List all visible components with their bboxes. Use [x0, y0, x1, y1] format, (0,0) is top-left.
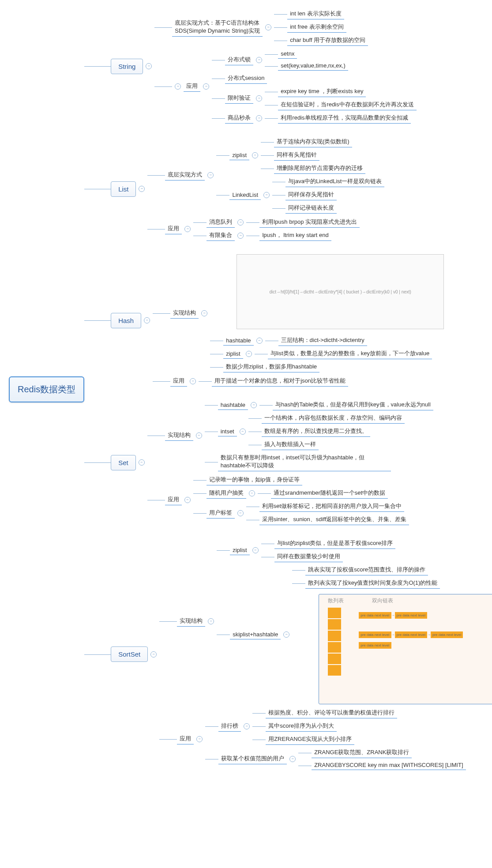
node-set[interactable]: Set	[111, 455, 136, 470]
root-node[interactable]: Redis数据类型	[9, 376, 84, 402]
toggle-icon[interactable]: −	[146, 63, 152, 69]
branch-sortset: SortSet − 实现结构 − ziplist − 与list的ziplist…	[111, 538, 492, 770]
lock-setnx: setnx	[278, 49, 297, 59]
toggle-icon[interactable]: −	[196, 736, 203, 742]
toggle-icon[interactable]: −	[237, 510, 244, 516]
toggle-icon[interactable]: −	[252, 547, 259, 553]
string-impl-label[interactable]: 底层实现方式：基于C语言结构体 SDS(Simple Dynamic Strin…	[172, 18, 263, 37]
seckill-detail: 利用redis单线程原子性，实现商品数量的安全扣减	[278, 113, 410, 124]
toggle-icon[interactable]: −	[283, 631, 289, 638]
hash-ziplist[interactable]: ziplist	[223, 349, 243, 359]
set-hashtable-detail: 与hash的Table类似，但是存储只用到key值，value永远为null	[273, 400, 433, 410]
app-unique: 记录唯一的事物，如ip值，身份证等	[207, 475, 302, 485]
dict-structure-diagram: dict → ht[0]/ht[1] → dictht → dictEntry*…	[237, 254, 444, 329]
toggle-icon[interactable]: −	[256, 57, 262, 63]
toggle-icon[interactable]: −	[240, 428, 246, 435]
set-impl-label[interactable]: 实现结构	[165, 430, 193, 441]
hash-app-label[interactable]: 应用	[170, 376, 187, 387]
branch-set: Set − 实现结构 − hashtable − 与hash的Table类似，但…	[111, 400, 492, 525]
toggle-icon[interactable]: −	[246, 351, 252, 357]
sortset-app-label[interactable]: 应用	[177, 734, 194, 744]
ziplist-item2: 增删除尾部的节点需要内存的迁移	[274, 163, 365, 174]
app-random[interactable]: 随机用户抽奖	[207, 488, 246, 499]
skiplist-diagram: 散列表 双向链表 pre data next level→pre data ne…	[319, 594, 492, 704]
mindmap-root: Redis数据类型 String − 底层实现方式：基于C语言结构体 SDS(S…	[9, 9, 483, 770]
tag-item1: 采用sinter、sunion、sdiff返回标签中的交集、并集、差集	[259, 515, 409, 525]
toggle-icon[interactable]: −	[237, 219, 244, 225]
hash-hashtable[interactable]: hashtable	[223, 336, 253, 346]
rank-item1: 其中score排序为从小到大	[266, 721, 337, 732]
app-lock[interactable]: 分布式锁	[225, 55, 253, 65]
verify-expire: expire key time ，判断exists key	[278, 86, 366, 97]
toggle-icon[interactable]: −	[265, 24, 271, 30]
toggle-icon[interactable]: −	[184, 497, 191, 503]
branch-group: String − 底层实现方式：基于C语言结构体 SDS(Simple Dyna…	[111, 9, 492, 770]
app-tag[interactable]: 用户标签	[207, 508, 235, 519]
toggle-icon[interactable]: −	[256, 95, 262, 101]
toggle-icon[interactable]: −	[196, 432, 202, 439]
branch-hash: Hash − 实现结构 − dict → ht[0]/ht[1] → dicth…	[111, 254, 492, 387]
node-string[interactable]: String	[111, 59, 143, 74]
range-item1: ZRANGEBYSCORE key min max [WITHSCORES] […	[312, 761, 466, 770]
toggle-icon[interactable]: −	[256, 338, 263, 344]
limited-detail: lpush， ltrim key start end	[259, 230, 331, 241]
hash-impl-label[interactable]: 实现结构	[170, 308, 199, 319]
toggle-icon[interactable]: −	[144, 317, 150, 323]
toggle-icon[interactable]: −	[139, 186, 145, 192]
toggle-icon[interactable]: −	[252, 152, 258, 158]
toggle-icon[interactable]: −	[208, 618, 214, 624]
toggle-icon[interactable]: −	[237, 233, 244, 239]
string-app-label[interactable]: 应用	[184, 81, 200, 92]
app-mq[interactable]: 消息队列	[207, 217, 235, 228]
node-sortset[interactable]: SortSet	[111, 646, 148, 662]
toggle-icon[interactable]: −	[139, 459, 145, 466]
ss-ziplist[interactable]: ziplist	[230, 546, 250, 555]
ll-item1: 同样保存头尾指针	[285, 190, 337, 200]
node-hash[interactable]: Hash	[111, 313, 141, 328]
sds-free: int free 表示剩余空间	[287, 22, 346, 33]
hash-ziplist-detail: 与list类似，数量总是为2的整数倍，key放前面，下一个放value	[268, 349, 432, 359]
tag-item0: 利用set做标签标记，把相同喜好的用户放入同一集合中	[259, 501, 404, 512]
toggle-icon[interactable]: −	[251, 402, 257, 408]
app-rank[interactable]: 排行榜	[218, 721, 241, 732]
set-intset[interactable]: intset	[218, 427, 237, 436]
set-app-label[interactable]: 应用	[165, 495, 182, 505]
toggle-icon[interactable]: −	[249, 490, 255, 496]
sds-len: int len 表示实际长度	[287, 9, 344, 19]
hash-rule: 数据少用ziplist，数据多用hashtable	[223, 362, 319, 372]
ss-skiplist[interactable]: skiplist+hashtable	[230, 630, 281, 639]
app-seckill[interactable]: 商品秒杀	[225, 113, 253, 124]
sortset-impl-label[interactable]: 实现结构	[177, 616, 205, 627]
hash-app-detail: 用于描述一个对象的信息，相对于json比较节省性能	[212, 376, 348, 387]
app-range[interactable]: 获取某个权值范围的用户	[218, 754, 287, 764]
toggle-icon[interactable]: −	[203, 83, 209, 90]
rank-item2: 用ZRERANGE实现从大到小排序	[266, 734, 354, 745]
app-session[interactable]: 分布式session	[225, 73, 267, 84]
toggle-icon[interactable]: −	[190, 378, 196, 384]
hashtable-detail: 三层结构：dict->dictht->dictentry	[278, 335, 367, 346]
list-linkedlist[interactable]: LinkedList	[229, 191, 261, 200]
toggle-icon[interactable]: −	[150, 651, 157, 658]
random-detail: 通过srandmember随机返回一个set中的数据	[271, 488, 388, 499]
toggle-icon[interactable]: −	[244, 723, 250, 729]
toggle-icon[interactable]: −	[207, 172, 214, 178]
set-rule: 数据只有整形时用intset，intset可以升级为hashtable，但has…	[218, 453, 391, 471]
verify-sms: 在短信验证时，当redis中存在数据则不允许再次发送	[278, 100, 416, 110]
sds-buff: char buff 用于存放数据的空间	[287, 35, 368, 46]
set-hashtable[interactable]: hashtable	[218, 401, 248, 410]
app-limited[interactable]: 有限集合	[207, 230, 235, 241]
ziplist-item0: 基于连续内存实现(类似数组)	[274, 137, 352, 147]
lock-set: set(key,value,time,nx,ex,)	[278, 61, 348, 71]
toggle-icon[interactable]: −	[175, 83, 181, 90]
toggle-icon[interactable]: −	[201, 310, 207, 316]
list-app-label[interactable]: 应用	[165, 224, 182, 234]
toggle-icon[interactable]: −	[256, 115, 262, 121]
app-verify[interactable]: 限时验证	[225, 93, 253, 104]
ziplist-item1: 同样有头尾指针	[274, 150, 319, 161]
list-impl-label[interactable]: 底层实现方式	[165, 170, 205, 180]
toggle-icon[interactable]: −	[184, 226, 191, 232]
node-list[interactable]: List	[111, 181, 136, 197]
toggle-icon[interactable]: −	[289, 756, 296, 762]
toggle-icon[interactable]: −	[263, 192, 270, 198]
list-ziplist[interactable]: ziplist	[229, 151, 249, 160]
